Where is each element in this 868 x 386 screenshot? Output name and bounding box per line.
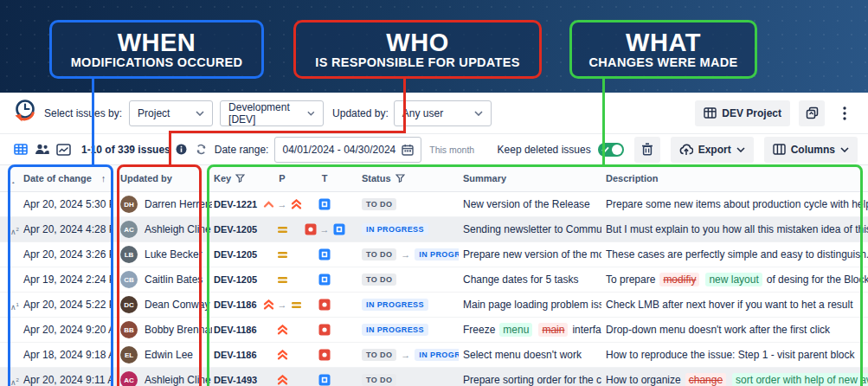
table-row[interactable]: ∧2 Apr 20, 2024 4:28 PM AC Ashleigh Clin… [0, 217, 868, 242]
table-view-button[interactable] [10, 137, 31, 163]
chevron-down-icon [840, 147, 849, 152]
issue-key-cell[interactable]: DEV-1205 [212, 274, 261, 285]
sort-ascending-icon[interactable]: ↑ [101, 173, 106, 183]
info-icon[interactable] [176, 144, 187, 155]
header-updated-by[interactable]: Updated by [113, 173, 212, 183]
issue-key-cell[interactable]: DEV-1186 [212, 325, 261, 335]
priority-highest-icon [277, 375, 288, 385]
type-cell [303, 324, 346, 336]
date-range-input[interactable]: 04/01/2024 - 04/30/2024 [274, 137, 421, 163]
header-status[interactable]: Status [346, 173, 459, 183]
table-row[interactable]: ∧2 Apr 20, 2024 9:11 AM AC Ashleigh Clin… [0, 368, 868, 386]
header-type[interactable]: T [303, 173, 346, 183]
header-priority[interactable]: P [261, 173, 303, 183]
user-name: Ashleigh Cline [145, 374, 211, 386]
table-row[interactable]: Apr 20, 2024 5:30 PM DH Darren Herrera D… [0, 192, 868, 217]
date-of-change-cell: Apr 18, 2024 9:18 AM [0, 349, 113, 361]
table-row[interactable]: Apr 19, 2024 2:24 PM CB Caitlin Bates DE… [0, 267, 868, 293]
group-expand-icon[interactable]: ∧2 [10, 227, 19, 235]
filter-icon[interactable] [395, 174, 405, 183]
updated-by-cell: CB Caitlin Bates [113, 271, 212, 288]
export-button[interactable]: Export [671, 137, 754, 163]
diff-removed-text: main [538, 323, 568, 337]
priority-cell [261, 325, 303, 335]
filter-icon[interactable] [235, 174, 245, 183]
priority-cell [261, 225, 303, 235]
header-key[interactable]: Key [212, 173, 261, 183]
text-segment: Sending newsletter to Community... [463, 223, 601, 235]
summary-cell: Select menu doesn't work [459, 349, 601, 361]
status-badge: TO DO [362, 273, 396, 286]
callout-what-title: WHAT [626, 29, 701, 55]
header-date-of-change[interactable]: ∧ Date of change ↑ [0, 173, 113, 183]
table-row[interactable]: Apr 18, 2024 9:18 AM EL Edwin Lee DEV-11… [0, 343, 868, 368]
date-range-value: 04/01/2024 - 04/30/2024 [282, 144, 395, 156]
filter-type-select[interactable]: Project [129, 100, 213, 126]
updated-by-select[interactable]: Any user [394, 100, 492, 126]
header-priority-label: P [279, 173, 285, 183]
keep-deleted-toggle[interactable] [598, 143, 624, 157]
export-icon [679, 144, 693, 156]
status-cell: IN PROGRESS [346, 223, 459, 235]
issue-key-cell[interactable]: DEV-1205 [212, 249, 261, 260]
text-segment: Main page loading problem issue [463, 299, 601, 311]
table-row[interactable]: Apr 20, 2024 9:20 AM BB Bobby Brennan DE… [0, 318, 868, 343]
issue-key-cell[interactable]: DEV-1205 [212, 224, 261, 235]
select-issues-by-label: Select issues by: [44, 107, 122, 119]
avatar: AC [120, 221, 138, 238]
date-of-change-cell: Apr 20, 2024 3:26 PM [0, 248, 113, 261]
task-type-icon [318, 248, 331, 261]
issue-key-cell[interactable]: DEV-1493 [212, 375, 261, 385]
user-name: Dean Conway [145, 299, 209, 311]
text-segment: How to reproduce the issue: Step 1 - vis… [606, 349, 854, 361]
group-expand-icon[interactable]: ∧2 [10, 377, 19, 386]
issue-key-cell[interactable]: DEV-1186 [212, 299, 261, 310]
updated-by-cell: AC Ashleigh Cline [113, 371, 212, 386]
text-segment: Freeze [463, 324, 495, 336]
dev-project-button[interactable]: DEV Project [695, 100, 790, 126]
callout-what-subtitle: CHANGES WERE MADE [589, 55, 738, 70]
status-cell: TO DO [346, 374, 459, 386]
duplicate-view-button[interactable] [799, 100, 825, 126]
date-of-change-cell: Apr 19, 2024 2:24 PM [0, 273, 113, 286]
check-icon [601, 146, 609, 153]
text-segment: of desing for the Block A1 [767, 273, 868, 286]
more-options-button[interactable] [832, 100, 858, 126]
issue-key-cell[interactable]: DEV-1221 [212, 199, 261, 209]
priority-medium-icon [277, 250, 288, 260]
people-view-button[interactable] [31, 137, 52, 163]
user-name: Edwin Lee [145, 349, 193, 361]
columns-button[interactable]: Columns [764, 137, 858, 163]
type-cell [303, 299, 346, 311]
project-select-value: Development [DEV] [228, 101, 307, 125]
callout-when-subtitle: MODIFICATIONS OCCURED [71, 55, 243, 70]
issue-key-cell[interactable]: DEV-1186 [212, 350, 261, 360]
user-name: Luke Becker [145, 248, 203, 261]
bug-type-icon [318, 299, 331, 311]
columns-icon [773, 144, 786, 155]
updated-by-label: Updated by: [332, 107, 389, 119]
status-badge: IN PROGRESS [415, 248, 459, 261]
description-cell: These cases are perfectly simple and eas… [601, 248, 868, 261]
date-preset-label[interactable]: This month [429, 145, 474, 155]
overlapping-squares-icon [806, 106, 819, 119]
chart-view-button[interactable] [52, 137, 74, 163]
header-summary[interactable]: Summary [459, 173, 601, 183]
table-row[interactable]: Apr 20, 2024 3:26 PM LB Luke Becker DEV-… [0, 242, 868, 267]
header-date-label: Date of change [23, 173, 92, 183]
task-type-icon [318, 374, 331, 386]
bug-type-icon [305, 223, 317, 235]
calendar-icon[interactable] [402, 144, 414, 156]
callout-what: WHAT CHANGES WERE MADE [569, 20, 757, 79]
header-description[interactable]: Description [601, 173, 868, 183]
delete-button[interactable] [634, 137, 660, 163]
table-row[interactable]: ∧1 Apr 20, 2024 5:22 PM DC Dean Conway D… [0, 293, 868, 318]
collapse-all-icon[interactable]: ∧ [10, 180, 16, 183]
text-segment: interface [572, 324, 601, 336]
project-select[interactable]: Development [DEV] [220, 100, 324, 126]
text-segment: Prepare new version of the mocku... [463, 248, 601, 261]
type-cell [303, 248, 346, 261]
status-cell: IN PROGRESS [346, 299, 459, 311]
group-expand-icon[interactable]: ∧1 [10, 302, 19, 311]
refresh-icon[interactable] [196, 144, 207, 155]
